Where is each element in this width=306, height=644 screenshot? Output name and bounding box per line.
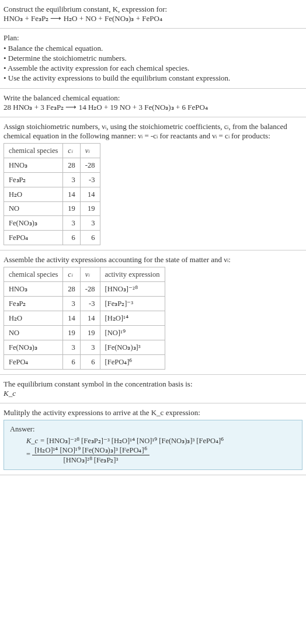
prompt-text: Construct the equilibrium constant, K, e… <box>4 5 302 14</box>
cell-vi: 3 <box>80 216 100 231</box>
answer-box: Answer: K_c = [HNO₃]⁻²⁸ [Fe₃P₂]⁻³ [H₂O]¹… <box>4 420 302 470</box>
cell-vi: 6 <box>80 355 100 370</box>
cell-vi: 14 <box>80 187 100 202</box>
cell-species: Fe₃P₂ <box>4 297 63 311</box>
cell-species: FePO₄ <box>4 355 63 370</box>
cell-ci: 19 <box>63 202 81 216</box>
plan-item: Use the activity expressions to build th… <box>4 74 302 83</box>
table-row: FePO₄66 <box>4 231 100 245</box>
table-row: Fe(NO₃)₃33 <box>4 216 100 231</box>
cell-activity: [Fe₃P₂]⁻³ <box>100 297 165 311</box>
cell-vi: 14 <box>80 311 100 326</box>
plan-item: Balance the chemical equation. <box>4 44 302 53</box>
stoich-section: Assign stoichiometric numbers, νᵢ, using… <box>0 117 306 250</box>
table-row: HNO₃28-28 <box>4 158 100 173</box>
cell-ci: 19 <box>63 326 81 340</box>
plan-list: Balance the chemical equation. Determine… <box>4 44 302 83</box>
table-header-row: chemical species cᵢ νᵢ activity expressi… <box>4 267 165 282</box>
fraction-denominator: [HNO₃]²⁸ [Fe₃P₂]³ <box>32 455 149 465</box>
cell-vi: 3 <box>80 340 100 355</box>
table-row: Fe(NO₃)₃33[Fe(NO₃)₃]³ <box>4 340 165 355</box>
plan-title: Plan: <box>4 33 302 43</box>
final-intro: Mulitply the activity expressions to arr… <box>4 408 302 417</box>
table-row: Fe₃P₂3-3 <box>4 173 100 187</box>
col-species: chemical species <box>4 144 63 158</box>
cell-ci: 3 <box>63 297 81 311</box>
cell-species: NO <box>4 202 63 216</box>
cell-activity: [HNO₃]⁻²⁸ <box>100 282 165 297</box>
cell-activity: [NO]¹⁹ <box>100 326 165 340</box>
cell-vi: -28 <box>80 282 100 297</box>
cell-ci: 3 <box>63 216 81 231</box>
table-header-row: chemical species cᵢ νᵢ <box>4 144 100 158</box>
col-vi: νᵢ <box>80 144 100 158</box>
balanced-title: Write the balanced chemical equation: <box>4 93 302 103</box>
activity-section: Assemble the activity expressions accoun… <box>0 250 306 375</box>
cell-ci: 3 <box>63 340 81 355</box>
col-ci: cᵢ <box>63 267 81 282</box>
table-row: H₂O1414[H₂O]¹⁴ <box>4 311 165 326</box>
table-row: HNO₃28-28[HNO₃]⁻²⁸ <box>4 282 165 297</box>
col-species: chemical species <box>4 267 63 282</box>
stoich-intro: Assign stoichiometric numbers, νᵢ, using… <box>4 122 302 141</box>
cell-species: HNO₃ <box>4 282 63 297</box>
cell-species: Fe(NO₃)₃ <box>4 216 63 231</box>
table-row: H₂O1414 <box>4 187 100 202</box>
kc-flat-line: K_c = [HNO₃]⁻²⁸ [Fe₃P₂]⁻³ [H₂O]¹⁴ [NO]¹⁹… <box>26 436 296 445</box>
cell-vi: -3 <box>80 173 100 187</box>
final-section: Mulitply the activity expressions to arr… <box>0 403 306 475</box>
answer-label: Answer: <box>10 425 296 434</box>
cell-species: HNO₃ <box>4 158 63 173</box>
table-row: NO1919 <box>4 202 100 216</box>
cell-vi: 19 <box>80 202 100 216</box>
cell-vi: -3 <box>80 297 100 311</box>
kc-symbol: K_c <box>4 389 302 398</box>
activity-intro: Assemble the activity expressions accoun… <box>4 255 302 264</box>
cell-ci: 6 <box>63 355 81 370</box>
unbalanced-equation: HNO₃ + Fe₃P₂ ⟶ H₂O + NO + Fe(NO₃)₃ + FeP… <box>4 14 302 23</box>
col-ci: cᵢ <box>63 144 81 158</box>
cell-ci: 14 <box>63 311 81 326</box>
cell-species: H₂O <box>4 311 63 326</box>
col-vi: νᵢ <box>80 267 100 282</box>
equals-sign: = <box>26 450 32 458</box>
kc-fraction: [H₂O]¹⁴ [NO]¹⁹ [Fe(NO₃)₃]³ [FePO₄]⁶ [HNO… <box>32 445 149 465</box>
fraction-numerator: [H₂O]¹⁴ [NO]¹⁹ [Fe(NO₃)₃]³ [FePO₄]⁶ <box>32 445 149 455</box>
kc-fraction-line: = [H₂O]¹⁴ [NO]¹⁹ [Fe(NO₃)₃]³ [FePO₄]⁶ [H… <box>26 445 296 465</box>
kc-prefix: K_c = <box>26 437 47 445</box>
cell-ci: 3 <box>63 173 81 187</box>
cell-vi: 19 <box>80 326 100 340</box>
cell-vi: 6 <box>80 231 100 245</box>
cell-ci: 28 <box>63 282 81 297</box>
cell-activity: [Fe(NO₃)₃]³ <box>100 340 165 355</box>
balanced-section: Write the balanced chemical equation: 28… <box>0 89 306 117</box>
header-section: Construct the equilibrium constant, K, e… <box>0 0 306 29</box>
cell-species: NO <box>4 326 63 340</box>
cell-activity: [FePO₄]⁶ <box>100 355 165 370</box>
cell-ci: 28 <box>63 158 81 173</box>
balanced-equation: 28 HNO₃ + 3 Fe₃P₂ ⟶ 14 H₂O + 19 NO + 3 F… <box>4 103 302 112</box>
cell-ci: 6 <box>63 231 81 245</box>
stoich-table: chemical species cᵢ νᵢ HNO₃28-28 Fe₃P₂3-… <box>4 143 100 245</box>
cell-species: FePO₄ <box>4 231 63 245</box>
symbol-intro: The equilibrium constant symbol in the c… <box>4 380 302 389</box>
plan-item: Assemble the activity expression for eac… <box>4 64 302 73</box>
cell-ci: 14 <box>63 187 81 202</box>
plan-section: Plan: Balance the chemical equation. Det… <box>0 29 306 89</box>
cell-species: Fe₃P₂ <box>4 173 63 187</box>
cell-activity: [H₂O]¹⁴ <box>100 311 165 326</box>
kc-flat-expr: [HNO₃]⁻²⁸ [Fe₃P₂]⁻³ [H₂O]¹⁴ [NO]¹⁹ [Fe(N… <box>47 437 224 445</box>
table-row: Fe₃P₂3-3[Fe₃P₂]⁻³ <box>4 297 165 311</box>
activity-table: chemical species cᵢ νᵢ activity expressi… <box>4 267 165 370</box>
cell-species: Fe(NO₃)₃ <box>4 340 63 355</box>
cell-species: H₂O <box>4 187 63 202</box>
symbol-section: The equilibrium constant symbol in the c… <box>0 375 306 403</box>
cell-vi: -28 <box>80 158 100 173</box>
col-activity: activity expression <box>100 267 165 282</box>
table-row: NO1919[NO]¹⁹ <box>4 326 165 340</box>
table-row: FePO₄66[FePO₄]⁶ <box>4 355 165 370</box>
plan-item: Determine the stoichiometric numbers. <box>4 54 302 63</box>
